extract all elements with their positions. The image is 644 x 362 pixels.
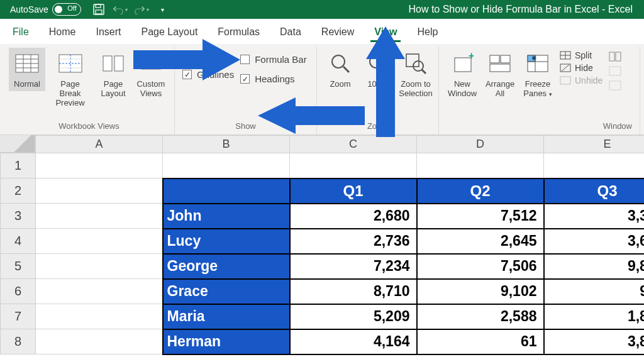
cell[interactable] — [417, 153, 544, 178]
arrange-all-button[interactable]: Arrange All — [482, 48, 518, 101]
cell[interactable]: 1,802 — [544, 304, 645, 329]
cell[interactable] — [36, 204, 163, 229]
group-label-workbook-views: Workbook Views — [9, 119, 169, 133]
cell[interactable]: Q2 — [417, 178, 544, 204]
cell[interactable]: 2,588 — [417, 304, 544, 329]
svg-rect-2 — [96, 10, 102, 14]
undo-icon[interactable]: ▾ — [113, 2, 128, 17]
svg-line-40 — [562, 65, 569, 71]
cell[interactable]: 953 — [544, 279, 645, 304]
cell[interactable]: Maria — [163, 304, 290, 329]
select-all-triangle[interactable] — [0, 135, 35, 153]
col-header-b[interactable]: B — [163, 136, 290, 153]
row-header-1[interactable]: 1 — [1, 153, 36, 178]
hide-button[interactable]: Hide — [560, 63, 602, 73]
cell[interactable]: 5,209 — [290, 304, 417, 329]
column-headers[interactable]: A B C D E — [1, 136, 645, 153]
tab-data[interactable]: Data — [270, 21, 311, 44]
view-side-by-side-icon[interactable] — [609, 52, 621, 63]
col-header-d[interactable]: D — [417, 136, 544, 153]
row-header-7[interactable]: 7 — [1, 304, 36, 329]
redo-icon[interactable]: ▾ — [134, 2, 149, 17]
cell[interactable]: 3,332 — [544, 204, 645, 229]
cell[interactable]: Herman — [163, 329, 290, 354]
col-header-e[interactable]: E — [544, 136, 645, 153]
cell[interactable]: Grace — [163, 279, 290, 304]
cell[interactable]: 4,164 — [290, 329, 417, 354]
svg-text:+: + — [469, 53, 474, 61]
cell[interactable]: 7,234 — [290, 254, 417, 279]
reset-window-icon[interactable] — [609, 80, 621, 92]
cell[interactable]: Lucy — [163, 229, 290, 254]
spreadsheet-grid: A B C D E 1 2 Q1 Q2 Q3 3 John 2,680 — [0, 135, 644, 355]
cell[interactable]: 9,867 — [544, 254, 645, 279]
tab-file[interactable]: File — [3, 21, 39, 44]
cell[interactable]: Q1 — [290, 178, 417, 204]
col-header-c[interactable]: C — [290, 136, 417, 153]
page-layout-label: Page Layout — [101, 79, 125, 98]
svg-rect-1 — [96, 4, 101, 8]
qat-customize-icon[interactable]: ▾ — [155, 2, 170, 17]
cell[interactable] — [36, 153, 163, 178]
cell[interactable] — [544, 153, 645, 178]
grid-row: 3 John 2,680 7,512 3,332 — [1, 204, 645, 229]
split-button[interactable]: Split — [560, 50, 602, 60]
row-header-8[interactable]: 8 — [1, 329, 36, 354]
grid-row: 6 Grace 8,710 9,102 953 — [1, 279, 645, 304]
cell[interactable]: George — [163, 254, 290, 279]
formula-bar-checkbox[interactable]: Formula Bar — [240, 54, 307, 65]
cell[interactable] — [36, 329, 163, 354]
cell[interactable] — [290, 153, 417, 178]
cell[interactable] — [36, 229, 163, 254]
svg-point-24 — [413, 61, 423, 71]
cell[interactable]: 3,632 — [544, 229, 645, 254]
cell[interactable]: 2,736 — [290, 229, 417, 254]
zoom-button[interactable]: Zoom — [322, 48, 358, 91]
cell[interactable]: John — [163, 204, 290, 229]
row-header-3[interactable]: 3 — [1, 204, 36, 229]
svg-line-25 — [422, 70, 426, 74]
checkbox-checked-icon — [240, 74, 250, 84]
cell[interactable]: 61 — [417, 329, 544, 354]
cell[interactable]: 7,512 — [417, 204, 544, 229]
grid-row: 5 George 7,234 7,506 9,867 — [1, 254, 645, 279]
svg-rect-42 — [609, 52, 614, 61]
autosave-toggle[interactable]: Off — [52, 3, 81, 16]
freeze-panes-button[interactable]: ✱ Freeze Panes ▾ — [519, 48, 556, 101]
cell[interactable]: 2,680 — [290, 204, 417, 229]
sync-scroll-icon[interactable] — [609, 66, 621, 78]
cell[interactable] — [163, 153, 290, 178]
row-header-2[interactable]: 2 — [1, 178, 36, 204]
autosave-control[interactable]: AutoSave Off — [10, 3, 81, 16]
tab-home[interactable]: Home — [39, 21, 86, 44]
cell[interactable]: Q3 — [544, 178, 645, 204]
cell[interactable] — [36, 304, 163, 329]
cell[interactable]: 2,645 — [417, 229, 544, 254]
cell[interactable]: 3,807 — [544, 329, 645, 354]
svg-text:✱: ✱ — [531, 55, 536, 62]
page-layout-button[interactable]: Page Layout — [95, 48, 131, 101]
tab-review[interactable]: Review — [311, 21, 364, 44]
row-header-5[interactable]: 5 — [1, 254, 36, 279]
cell[interactable] — [36, 178, 163, 204]
cell[interactable] — [36, 254, 163, 279]
tab-help[interactable]: Help — [407, 21, 448, 44]
new-window-button[interactable]: + New Window — [444, 48, 480, 101]
svg-marker-46 — [133, 39, 240, 80]
tab-insert[interactable]: Insert — [86, 21, 131, 44]
headings-checkbox[interactable]: Headings — [240, 74, 307, 84]
row-header-4[interactable]: 4 — [1, 229, 36, 254]
row-header-6[interactable]: 6 — [1, 279, 36, 304]
cell[interactable]: 7,506 — [417, 254, 544, 279]
title-bar: AutoSave Off ▾ ▾ ▾ How to Show or Hide F… — [0, 0, 644, 19]
cell[interactable]: 9,102 — [417, 279, 544, 304]
cell[interactable] — [163, 178, 290, 204]
col-header-a[interactable]: A — [36, 136, 163, 153]
page-break-preview-button[interactable]: Page Break Preview — [47, 48, 94, 110]
save-icon[interactable] — [91, 2, 106, 17]
normal-view-button[interactable]: Normal — [9, 48, 45, 91]
autosave-label: AutoSave — [10, 4, 48, 14]
cell[interactable]: 8,710 — [290, 279, 417, 304]
cell[interactable] — [36, 279, 163, 304]
svg-rect-0 — [94, 4, 104, 14]
